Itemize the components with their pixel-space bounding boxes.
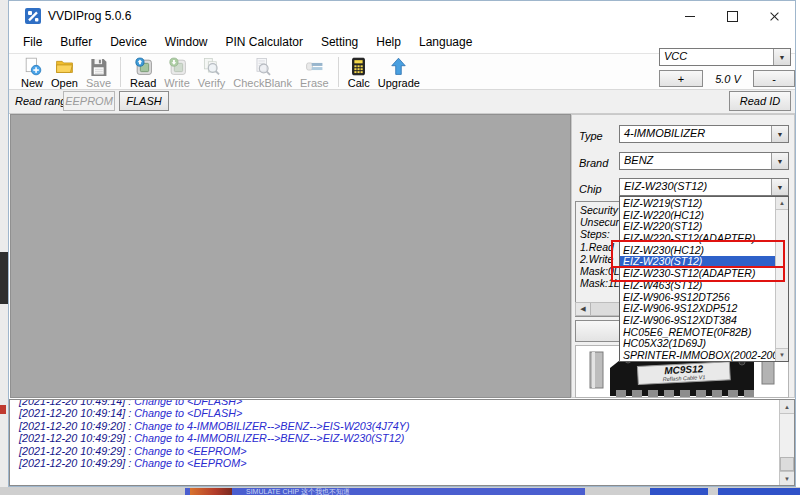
menu-buffer[interactable]: Buffer — [51, 31, 101, 53]
tab-eeprom[interactable]: EEPROM — [63, 91, 115, 111]
maximize-icon — [727, 11, 738, 22]
toolbar-group: NewOpenSave — [17, 55, 115, 89]
chip-option-1[interactable]: EIZ-W220(HC12) — [620, 209, 788, 221]
menu-window[interactable]: Window — [156, 31, 217, 53]
titlebar: VVDIProg 5.0.6 — [9, 1, 795, 31]
scroll-down-icon[interactable]: ▼ — [780, 471, 794, 485]
read-button[interactable]: Read — [126, 55, 160, 89]
write-icon — [167, 57, 188, 76]
banner-thumbnail — [190, 488, 232, 495]
upgrade-icon — [388, 57, 409, 76]
chip-option-6[interactable]: EIZ-W230-ST12(ADAPTER) — [620, 267, 788, 279]
save-button[interactable]: Save — [82, 55, 115, 89]
verify-button[interactable]: Verify — [194, 55, 230, 89]
chip-option-12[interactable]: HC05X32(1D69J) — [620, 338, 788, 350]
toolbar-button-label: Save — [86, 77, 111, 89]
vcc-select[interactable]: VCC ▼ — [659, 48, 791, 66]
chip-option-2[interactable]: EIZ-W220(ST12) — [620, 220, 788, 232]
calc-button[interactable]: Calc — [344, 55, 374, 89]
background-window-left-sliver — [0, 0, 8, 495]
maximize-button[interactable] — [711, 1, 753, 31]
voltage-value: 5.0 V — [707, 70, 749, 87]
open-button[interactable]: Open — [47, 55, 82, 89]
log-timestamp: [2021-12-20 10:49:14] — [19, 399, 125, 407]
type-label: Type — [579, 130, 603, 142]
log-entry: [2021-12-20 10:49:14] : Change to <DFLAS… — [19, 407, 776, 419]
background-red-sliver — [0, 405, 6, 414]
type-select[interactable]: 4-IMMOBILIZER ▼ — [619, 125, 789, 143]
toolbar-button-label: CheckBlank — [233, 77, 292, 89]
voltage-plus-button[interactable]: + — [659, 70, 703, 87]
checkblank-button[interactable]: CheckBlank — [229, 55, 296, 89]
scroll-up-icon[interactable]: ▲ — [776, 197, 788, 210]
log-message: Change to <EEPROM> — [134, 445, 246, 457]
write-button[interactable]: Write — [160, 55, 193, 89]
log-entry: [2021-12-20 10:49:14] : Change to <DFLAS… — [19, 399, 776, 407]
chip-option-3[interactable]: EIZ-W220-ST12(ADAPTER) — [620, 232, 788, 244]
toolbar-button-label: Read — [130, 77, 156, 89]
brand-label: Brand — [579, 157, 608, 169]
scroll-left-icon[interactable]: ◀ — [576, 303, 591, 315]
scrollbar-thumb[interactable] — [780, 457, 794, 471]
minimize-icon — [685, 16, 695, 17]
log-message: Change to <EEPROM> — [134, 457, 246, 469]
upgrade-button[interactable]: Upgrade — [374, 55, 424, 89]
toolbar-button-label: Calc — [348, 77, 370, 89]
chip-option-10[interactable]: EIZ-W906-9S12XDT384 — [620, 314, 788, 326]
scroll-up-icon[interactable]: ▲ — [780, 400, 794, 414]
toolbar-button-label: New — [21, 77, 43, 89]
log-entry: [2021-12-20 10:49:29] : Change to <EEPRO… — [19, 457, 776, 469]
chip-option-4[interactable]: EIZ-W230(HC12) — [620, 244, 788, 256]
brand-select[interactable]: BENZ ▼ — [619, 152, 789, 170]
log-lines: [2021-12-20 10:49:14] : Change to <DFLAS… — [19, 399, 776, 469]
verify-icon — [201, 57, 222, 76]
brand-selected-value: BENZ — [620, 153, 771, 169]
voltage-minus-button[interactable]: - — [753, 70, 795, 87]
menu-file[interactable]: File — [14, 31, 51, 53]
toolbar-button-label: Upgrade — [378, 77, 420, 89]
log-separator: : — [125, 432, 134, 444]
chip-option-8[interactable]: EIZ-W906-9S12DT256 — [620, 291, 788, 303]
erase-icon — [304, 57, 325, 76]
menu-language[interactable]: Language — [410, 31, 481, 53]
save-icon — [88, 57, 109, 76]
close-button[interactable] — [753, 1, 795, 31]
log-message: Change to 4-IMMOBILIZER-->BENZ-->EIS-W20… — [134, 420, 409, 432]
scroll-down-icon[interactable]: ▼ — [776, 348, 788, 361]
new-button[interactable]: New — [17, 55, 47, 89]
tab-flash[interactable]: FLASH — [119, 91, 169, 111]
menu-setting[interactable]: Setting — [312, 31, 367, 53]
log-timestamp: [2021-12-20 10:49:29] — [19, 432, 125, 444]
chip-select[interactable]: EIZ-W230(ST12) ▼ — [619, 178, 789, 196]
buffer-canvas — [10, 114, 571, 398]
log-separator: : — [125, 407, 134, 419]
menu-help[interactable]: Help — [367, 31, 410, 53]
chevron-down-icon[interactable]: ▼ — [773, 49, 790, 65]
background-taskbar-item — [718, 488, 800, 495]
log-entry: [2021-12-20 10:49:29] : Change to <EEPRO… — [19, 445, 776, 457]
log-entry: [2021-12-20 10:49:20] : Change to 4-IMMO… — [19, 420, 776, 432]
erase-button[interactable]: Erase — [296, 55, 333, 89]
minimize-button[interactable] — [669, 1, 711, 31]
menu-device[interactable]: Device — [101, 31, 156, 53]
chip-option-5[interactable]: EIZ-W230(ST12) — [620, 256, 788, 268]
chip-option-11[interactable]: HC05E6_REMOTE(0F82B) — [620, 326, 788, 338]
log-message: Change to 4-IMMOBILIZER-->BENZ-->EIZ-W23… — [134, 432, 404, 444]
chip-option-9[interactable]: EIZ-W906-9S12XDP512 — [620, 302, 788, 314]
chevron-down-icon[interactable]: ▼ — [771, 153, 788, 169]
log-panel: [2021-12-20 10:49:14] : Change to <DFLAS… — [9, 399, 795, 486]
vcc-selected-value: VCC — [660, 49, 773, 65]
chip-option-13[interactable]: SPRINTER-IMMOBOX(2002-2005) — [620, 349, 788, 361]
log-scrollbar[interactable]: ▲ ▼ — [779, 400, 794, 485]
chevron-down-icon[interactable]: ▼ — [771, 126, 788, 142]
chip-option-7[interactable]: EIZ-W463(ST12) — [620, 279, 788, 291]
dropdown-scrollbar[interactable]: ▲ ▼ — [775, 197, 788, 361]
menu-pin-calculator[interactable]: PIN Calculator — [217, 31, 312, 53]
chevron-down-icon[interactable]: ▼ — [771, 179, 788, 195]
type-selected-value: 4-IMMOBILIZER — [620, 126, 771, 142]
chip-option-0[interactable]: EIZ-W219(ST12) — [620, 197, 788, 209]
calc-icon — [348, 57, 369, 76]
log-timestamp: [2021-12-20 10:49:29] — [19, 457, 125, 469]
read-id-button[interactable]: Read ID — [729, 91, 791, 111]
chip-selected-value: EIZ-W230(ST12) — [620, 179, 771, 195]
